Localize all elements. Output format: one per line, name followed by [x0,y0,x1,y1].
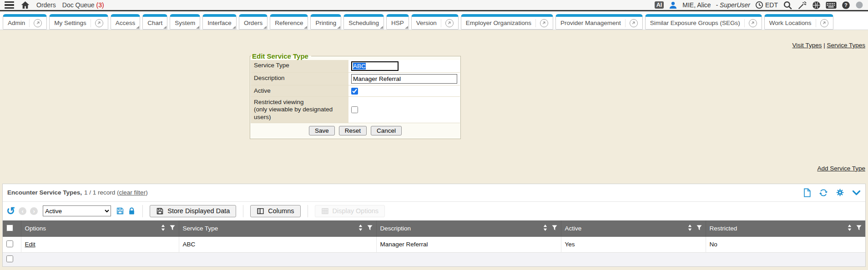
gear-icon[interactable] [836,188,844,197]
next-page-icon[interactable]: › [30,207,38,215]
tab-similar-exposure-groups[interactable]: Similar Exposure Groups (SEGs) [645,14,762,30]
store-displayed-data-button[interactable]: Store Displayed Data [150,205,236,217]
row-checkbox[interactable] [6,240,13,247]
tab-my-settings[interactable]: My Settings [49,14,108,30]
sort-icon[interactable] [543,225,547,232]
grid-toolbar: ↺ ‹ › Active Store Displayed Data Column… [3,201,865,220]
tab-scheduling[interactable]: Scheduling [343,14,384,30]
tab-employer-organizations[interactable]: Employer Organizations [461,14,553,30]
tab-version[interactable]: Version [411,14,459,30]
filter-icon[interactable] [856,225,862,232]
wand-icon[interactable] [797,0,807,10]
user-role: - SuperUser [716,1,750,9]
floppy-icon [156,207,164,215]
service-types-link[interactable]: Service Types [827,42,865,49]
sort-icon[interactable] [688,225,692,232]
tab-chart[interactable]: Chart [142,14,167,30]
ai-badge[interactable]: AI [655,1,664,9]
tab-label: Admin [8,20,25,26]
tab-admin[interactable]: Admin [3,14,47,30]
encounter-service-types-section: Encounter Service Types, 1 / 1 record (c… [2,184,866,267]
tab-hsp[interactable]: HSP [386,14,409,30]
restricted-label-line2: (only viewable by designated users) [254,106,333,120]
search-icon[interactable] [783,0,792,10]
grid-icon [321,207,329,215]
previous-page-icon[interactable]: ‹ [19,207,26,215]
home-icon[interactable] [20,0,30,10]
clock-icon[interactable] [755,1,763,9]
tab-label: Provider Management [560,20,621,26]
tab-system[interactable]: System [170,14,200,30]
description-label: Description [251,73,348,85]
user-icon[interactable] [669,1,677,10]
collapse-chevron-icon[interactable] [852,190,861,196]
tab-work-locations[interactable]: Work Locations [764,14,833,30]
restricted-viewing-label: Restricted viewing (only viewable by des… [251,97,348,123]
tab-orders[interactable]: Orders [239,14,267,30]
filter-icon[interactable] [696,225,702,232]
sort-icon[interactable] [161,225,165,232]
display-options-label: Display Options [333,207,379,215]
filter-icon[interactable] [552,225,557,232]
saved-filter-select[interactable]: Active [43,205,111,216]
hamburger-menu-icon[interactable] [5,1,14,9]
keyboard-icon[interactable] [826,1,837,9]
cancel-button[interactable]: Cancel [371,126,402,135]
edit-row-link[interactable]: Edit [25,241,35,248]
reset-button[interactable]: Reset [339,126,367,135]
footer-checkbox[interactable] [6,255,13,262]
refresh-icon[interactable] [819,188,828,197]
page-links: Visit Types | Service Types [0,30,868,49]
tab-interface[interactable]: Interface [202,14,237,30]
clear-filter-link[interactable]: clear filter [119,189,146,196]
encounter-service-types-table: Options Service Type Description Active … [3,220,865,267]
sort-icon[interactable] [358,225,363,232]
sort-icon[interactable] [848,225,852,232]
external-link-icon[interactable] [744,19,757,27]
external-link-icon[interactable] [816,19,828,27]
user-name[interactable]: MIE, Alice [682,1,711,9]
tab-reference[interactable]: Reference [270,14,308,30]
columns-button[interactable]: Columns [250,205,300,217]
undo-icon[interactable]: ↺ [6,206,15,215]
tab-provider-management[interactable]: Provider Management [555,14,643,30]
filter-icon[interactable] [367,225,373,232]
active-row: Active [251,85,460,97]
external-link-icon[interactable] [91,19,103,27]
columns-icon [257,207,264,215]
external-link-icon[interactable] [625,19,638,27]
external-link-icon[interactable] [29,19,42,27]
external-link-icon[interactable] [535,19,548,27]
service-type-input[interactable]: ABC [351,61,399,71]
external-link-icon[interactable] [441,19,454,27]
table-header-row: Options Service Type Description Active … [3,220,865,237]
column-header-description: Description [380,225,411,232]
description-input[interactable] [351,74,457,84]
tab-access[interactable]: Access [111,14,141,30]
top-bar: Orders Doc Queue (3) AI MIE, Alice - Sup… [0,0,868,11]
lock-icon[interactable] [128,207,136,215]
globe-icon[interactable] [812,1,821,10]
active-checkbox[interactable] [351,88,358,95]
select-all-checkbox[interactable] [6,225,13,231]
doc-queue-menu-link[interactable]: Doc Queue (3) [62,1,104,9]
filter-icon[interactable] [170,225,175,232]
tab-label: Similar Exposure Groups (SEGs) [650,20,740,26]
save-button[interactable]: Save [309,126,335,135]
columns-button-label: Columns [268,207,294,215]
orders-menu-link[interactable]: Orders [36,1,56,9]
table-footer-row [3,252,865,266]
save-filter-icon[interactable] [116,207,124,215]
help-icon[interactable]: ? [842,1,850,10]
timezone-label[interactable]: EDT [765,1,778,9]
form-title: Edit Service Type [251,52,311,60]
tab-label: Printing [315,20,336,26]
restricted-row: Restricted viewing (only viewable by des… [251,97,460,123]
selected-text: ABC [353,63,366,70]
column-header-restricted: Restricted [710,225,737,232]
visit-types-link[interactable]: Visit Types [792,42,822,49]
new-document-icon[interactable] [803,188,811,197]
add-service-type-link[interactable]: Add Service Type [817,165,865,172]
tab-printing[interactable]: Printing [310,14,341,30]
restricted-viewing-checkbox[interactable] [351,106,358,113]
